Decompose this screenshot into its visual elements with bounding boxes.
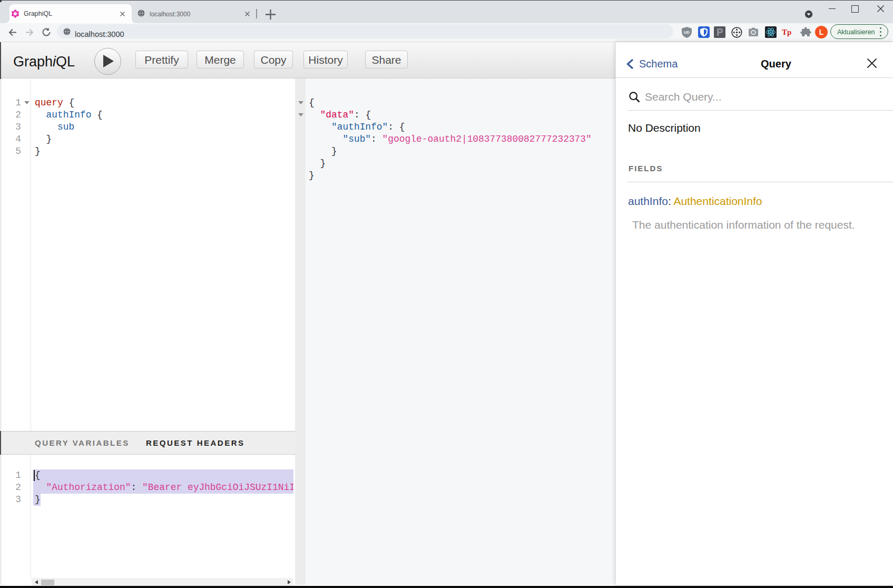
svg-text:UD: UD [684, 30, 690, 35]
